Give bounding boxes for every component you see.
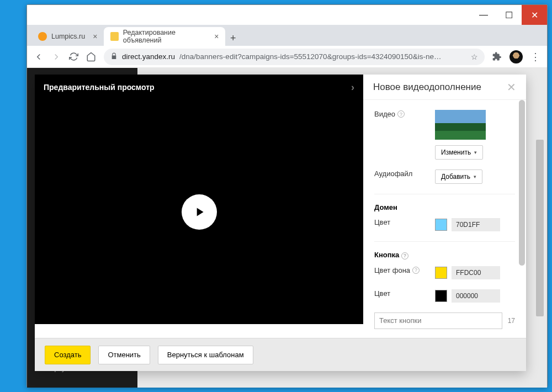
profile-avatar[interactable] bbox=[509, 50, 523, 63]
lock-icon bbox=[110, 52, 118, 61]
favicon bbox=[110, 32, 118, 41]
reload-icon[interactable] bbox=[69, 52, 78, 61]
back-icon[interactable] bbox=[34, 52, 44, 62]
window-maximize-button[interactable]: ☐ bbox=[496, 5, 522, 25]
video-preview-area bbox=[35, 100, 363, 324]
play-button[interactable] bbox=[182, 194, 217, 230]
star-icon[interactable]: ☆ bbox=[471, 52, 478, 61]
back-to-templates-button[interactable]: Вернуться к шаблонам bbox=[158, 346, 253, 364]
panel-body: Видео? Изменить▾ Аудиофайл Добавить▾ bbox=[363, 100, 526, 338]
help-icon[interactable]: ? bbox=[401, 252, 408, 259]
divider bbox=[374, 194, 515, 194]
create-button[interactable]: Создать bbox=[45, 346, 91, 364]
browser-window: — ☐ ✕ Lumpics.ru × Редактирование объявл… bbox=[26, 4, 548, 388]
play-icon bbox=[192, 205, 206, 219]
button-text-row: 17 bbox=[374, 312, 515, 329]
home-icon[interactable] bbox=[86, 52, 96, 62]
address-bar[interactable]: direct.yandex.ru /dna/banners-edit?campa… bbox=[104, 49, 485, 65]
chevron-down-icon: ▾ bbox=[474, 150, 477, 155]
page-viewport: ‹ Свернуть Предварительный просмотр › Но… bbox=[27, 68, 547, 388]
close-icon[interactable]: ✕ bbox=[507, 81, 516, 94]
window-minimize-button[interactable]: — bbox=[471, 5, 496, 25]
page-scrollbar[interactable] bbox=[536, 140, 544, 316]
close-icon[interactable]: × bbox=[214, 32, 219, 41]
add-audio-button[interactable]: Добавить▾ bbox=[435, 169, 482, 184]
domain-color-swatch[interactable] bbox=[435, 219, 447, 231]
help-icon[interactable]: ? bbox=[412, 267, 420, 274]
button-bg-swatch[interactable] bbox=[435, 267, 447, 279]
url-path: /dna/banners-edit?campaigns-ids=55512070… bbox=[179, 52, 441, 61]
bgcolor-label: Цвет фона bbox=[374, 266, 410, 274]
tab-label: Lumpics.ru bbox=[51, 33, 85, 40]
change-video-button[interactable]: Изменить▾ bbox=[435, 145, 483, 160]
chevron-right-icon[interactable]: › bbox=[351, 82, 354, 93]
preview-header: Предварительный просмотр › bbox=[35, 75, 363, 100]
video-row: Видео? Изменить▾ bbox=[374, 110, 515, 160]
color-label: Цвет bbox=[374, 218, 390, 226]
button-text-input[interactable] bbox=[374, 312, 502, 329]
button-bg-value[interactable]: FFDC00 bbox=[452, 266, 500, 279]
browser-tab[interactable]: Lumpics.ru × bbox=[31, 27, 104, 46]
window-titlebar: — ☐ ✕ bbox=[27, 5, 547, 25]
panel-title: Новое видеодополнение bbox=[373, 82, 481, 93]
domain-section-title: Домен bbox=[374, 203, 515, 211]
tab-label: Редактирование объявлений bbox=[123, 29, 206, 44]
extensions-icon[interactable] bbox=[492, 52, 502, 61]
panel-header: Новое видеодополнение ✕ bbox=[363, 75, 526, 100]
video-thumbnail[interactable] bbox=[435, 110, 486, 140]
preview-title: Предварительный просмотр bbox=[44, 83, 155, 92]
settings-panel: Новое видеодополнение ✕ Видео? Изменить▾ bbox=[363, 75, 526, 338]
divider bbox=[374, 241, 515, 242]
video-extension-modal: Предварительный просмотр › Новое видеодо… bbox=[35, 75, 526, 371]
color-label: Цвет bbox=[374, 289, 390, 298]
new-tab-button[interactable]: + bbox=[225, 30, 241, 46]
modal-footer: Создать Отменить Вернуться к шаблонам bbox=[35, 338, 526, 371]
browser-tabs: Lumpics.ru × Редактирование объявлений ×… bbox=[27, 25, 547, 46]
button-section-title: Кнопка ? bbox=[374, 251, 515, 259]
button-fg-row: Цвет 000000 bbox=[374, 289, 515, 303]
help-icon[interactable]: ? bbox=[397, 110, 405, 118]
forward-icon[interactable] bbox=[51, 52, 61, 62]
url-host: direct.yandex.ru bbox=[122, 52, 175, 61]
cancel-button[interactable]: Отменить bbox=[98, 346, 150, 364]
window-close-button[interactable]: ✕ bbox=[522, 5, 547, 25]
button-fg-swatch[interactable] bbox=[435, 290, 447, 302]
chevron-down-icon: ▾ bbox=[474, 174, 476, 179]
favicon bbox=[38, 32, 47, 41]
domain-color-value[interactable]: 70D1FF bbox=[452, 218, 500, 231]
audio-label: Аудиофайл bbox=[374, 169, 412, 178]
domain-color-row: Цвет 70D1FF bbox=[374, 218, 515, 231]
menu-icon[interactable]: ⋮ bbox=[530, 51, 540, 63]
audio-row: Аудиофайл Добавить▾ bbox=[374, 169, 515, 184]
char-counter: 17 bbox=[508, 317, 515, 325]
video-label: Видео bbox=[374, 110, 395, 118]
browser-tab[interactable]: Редактирование объявлений × bbox=[104, 27, 225, 46]
button-fg-value[interactable]: 000000 bbox=[452, 289, 500, 303]
browser-toolbar: direct.yandex.ru /dna/banners-edit?campa… bbox=[27, 46, 547, 68]
button-bg-row: Цвет фона ? FFDC00 bbox=[374, 266, 515, 279]
close-icon[interactable]: × bbox=[93, 32, 97, 41]
